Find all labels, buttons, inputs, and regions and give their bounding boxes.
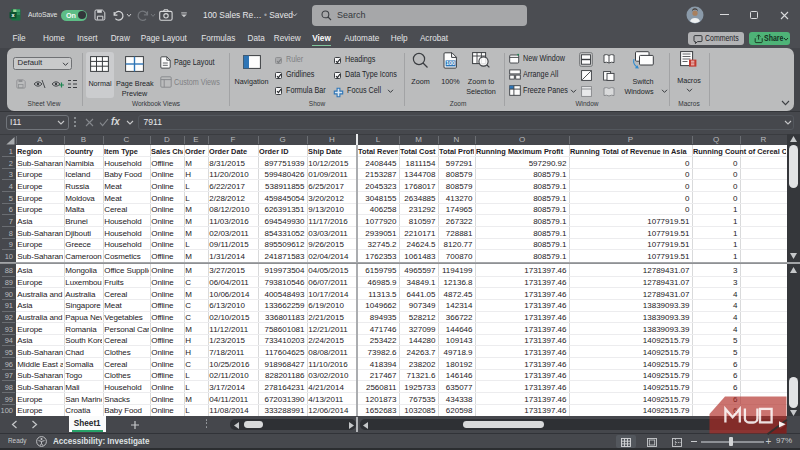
svg-text:100: 100 <box>446 60 455 66</box>
